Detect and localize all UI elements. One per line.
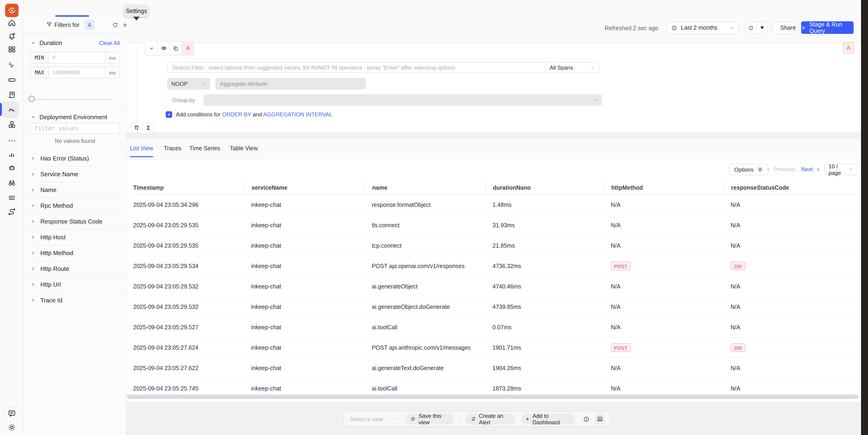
clock-icon [671, 25, 677, 31]
column-header-httpmethod[interactable]: httpMethod [603, 181, 723, 194]
refresh-button[interactable] [745, 22, 756, 33]
sidebar-item-services[interactable] [6, 119, 18, 130]
filter-section-service-name[interactable]: Service Name [24, 166, 126, 182]
refresh-interval-dropdown[interactable] [756, 22, 767, 33]
sidebar-item-traces-explorer[interactable] [6, 104, 18, 115]
view-tab-list-view[interactable]: List View [130, 145, 153, 152]
info-icon[interactable] [583, 416, 590, 422]
page-size-select[interactable]: 10 / page [825, 164, 857, 175]
save-view-button[interactable]: Save this view [405, 414, 454, 424]
deployment-filter-input[interactable]: Filter values [30, 123, 120, 134]
query-label-badge[interactable]: A [182, 42, 193, 55]
column-header-responsestatuscode[interactable]: responseStatusCode [723, 181, 855, 194]
add-to-dashboard-button[interactable]: + Add to Dashboard [521, 414, 575, 424]
pagination-next[interactable]: Next [801, 166, 820, 172]
table-row[interactable]: 2025-09-04 23:05:29.534inkeep-chatPOST a… [132, 256, 855, 276]
refresh-filters-icon[interactable] [112, 22, 118, 28]
sidebar-item-settings[interactable] [6, 422, 18, 433]
query-label-chip[interactable]: A [843, 42, 854, 54]
group-by-select[interactable] [204, 94, 601, 106]
sidebar-item-service-map[interactable] [6, 177, 18, 189]
grid-icon [7, 45, 16, 54]
cell-timestamp: 2025-09-04 23:05:29.532 [132, 297, 244, 317]
sidebar-item-billing[interactable] [6, 192, 18, 204]
filter-section-http-route[interactable]: Http Route [24, 261, 126, 277]
table-row[interactable]: 2025-09-04 23:05:29.532inkeep-chatai.gen… [132, 276, 855, 297]
duration-slider-track[interactable] [31, 99, 113, 100]
cell-name: tls.connect [364, 215, 485, 235]
radar-icon [410, 416, 415, 422]
share-button[interactable]: Share [772, 22, 796, 34]
signoz-logo-icon[interactable] [5, 4, 19, 17]
sidebar-item-more[interactable] [6, 135, 18, 146]
table-row[interactable]: 2025-09-04 23:05:27.622inkeep-chatai.gen… [132, 358, 855, 378]
table-row[interactable]: 2025-09-04 23:05:29.535inkeep-chattcp.co… [132, 236, 855, 256]
chevron-down-icon [848, 167, 853, 172]
duration-label: Duration [39, 39, 62, 46]
filter-section-has-error-status-[interactable]: Has Error (Status) [24, 150, 126, 166]
aggregate-operator-select[interactable]: NOOP [167, 78, 210, 90]
filter-section-http-host[interactable]: Http Host [24, 229, 126, 245]
collapse-query-button[interactable] [146, 42, 157, 55]
aggregate-attribute-input[interactable]: Aggregate attribute [215, 78, 366, 90]
add-query-button[interactable] [131, 123, 143, 133]
table-row[interactable]: 2025-09-04 23:05:27.624inkeep-chatPOST a… [132, 338, 855, 358]
plus-icon[interactable]: + [166, 111, 172, 118]
sidebar-item-events[interactable] [6, 60, 18, 71]
table-row[interactable]: 2025-09-04 23:05:29.532inkeep-chatai.gen… [132, 297, 855, 317]
table-row[interactable]: 2025-09-04 23:05:29.535inkeep-chattls.co… [132, 215, 855, 236]
column-header-timestamp[interactable]: Timestamp [132, 181, 244, 194]
filters-query-chip[interactable]: A [85, 21, 94, 30]
sidebar-item-alerts[interactable] [6, 31, 18, 42]
time-range-select[interactable]: Last 2 months [666, 22, 739, 34]
view-tab-traces[interactable]: Traces [164, 145, 182, 152]
sidebar-item-infrastructure[interactable] [6, 74, 18, 85]
sidebar-item-support-chat[interactable] [6, 408, 18, 419]
clone-query-button[interactable] [169, 42, 182, 55]
sidebar-item-home[interactable] [6, 17, 18, 29]
deployment-section-header[interactable]: Deployment Environment [31, 113, 107, 121]
clear-all-link[interactable]: Clear All [99, 40, 120, 46]
toggle-query-visibility-button[interactable] [157, 42, 169, 55]
sidebar-item-exceptions[interactable] [6, 162, 18, 173]
duration-min-input[interactable]: MIN 0 ms [30, 52, 120, 64]
order-by-link[interactable]: ORDER BY [222, 111, 251, 118]
create-alert-button[interactable]: Create an Alert [465, 414, 516, 424]
footer-action-bar: Select a view Save this view Create an A… [343, 411, 612, 427]
sidebar-item-metrics[interactable] [6, 148, 18, 160]
cell-durationnano: 0.07ms [485, 317, 603, 337]
duration-slider-handle[interactable] [28, 96, 35, 102]
column-header-durationnano[interactable]: durationNano [485, 181, 603, 194]
table-row[interactable]: 2025-09-04 23:05:29.527inkeep-chatai.too… [132, 317, 855, 338]
filter-section-http-method[interactable]: Http Method [24, 245, 126, 261]
sidebar-item-pipelines[interactable] [6, 206, 18, 218]
sidebar-item-dashboards[interactable] [6, 43, 18, 55]
table-header-row: TimestampserviceNamenamedurationNanohttp… [132, 181, 855, 195]
stage-run-query-button[interactable]: Stage & Run Query [801, 21, 854, 34]
duration-section-header[interactable]: Duration [31, 39, 62, 46]
filter-section-trace-id[interactable]: Trace Id [24, 292, 126, 308]
sidebar-item-logs[interactable] [6, 89, 18, 101]
horizontal-scrollbar[interactable] [127, 395, 859, 399]
filter-section-name[interactable]: Name [24, 182, 126, 198]
cell-timestamp: 2025-09-04 23:05:29.535 [132, 236, 244, 256]
pagination-previous[interactable]: Previous [766, 166, 795, 172]
cell-timestamp: 2025-09-04 23:05:29.535 [132, 215, 244, 235]
search-filter-input[interactable]: Search Filter : select options from sugg… [167, 63, 546, 72]
column-header-name[interactable]: name [364, 181, 485, 194]
shortcuts-panel-button[interactable] [595, 413, 605, 425]
view-tab-table-view[interactable]: Table View [230, 145, 258, 152]
filter-section-http-url[interactable]: Http Url [24, 276, 126, 293]
view-tab-time-series[interactable]: Time Series [189, 145, 220, 152]
span-scope-select[interactable]: All Spans [546, 63, 598, 72]
cell-durationnano: 21.85ms [485, 236, 603, 256]
duration-max-input[interactable]: MAX 100000000 ms [30, 67, 120, 78]
aggregation-interval-link[interactable]: AGGREGATION INTERVAL [263, 111, 333, 118]
table-row[interactable]: 2025-09-04 23:05:34.296inkeep-chatrespon… [132, 195, 855, 215]
options-button[interactable]: Options [729, 164, 769, 175]
filter-section-rpc-method[interactable]: Rpc Method [24, 198, 126, 214]
add-formula-button[interactable]: Σ [143, 123, 154, 133]
select-view-dropdown[interactable]: Select a view [350, 416, 399, 422]
filter-section-response-status-code[interactable]: Response Status Code [24, 213, 126, 230]
column-header-servicename[interactable]: serviceName [244, 181, 364, 194]
